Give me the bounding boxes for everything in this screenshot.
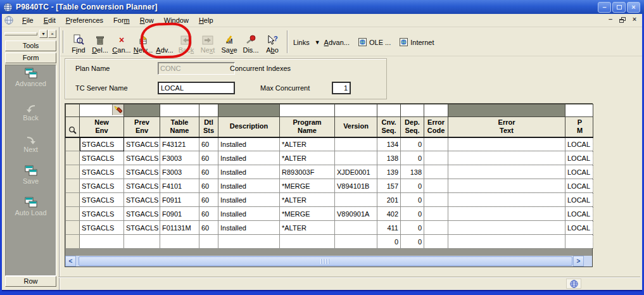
- cell-error-text[interactable]: [448, 221, 565, 235]
- cell-error-text[interactable]: [448, 179, 565, 193]
- cell-table-name[interactable]: F3003: [160, 151, 199, 165]
- qbe-filter-dtl-sts[interactable]: [199, 104, 218, 117]
- cell-prev-env[interactable]: STGACLS: [124, 165, 160, 179]
- cell-program-name[interactable]: [280, 235, 335, 249]
- cell-description[interactable]: Installed: [218, 151, 280, 165]
- cell-cnv-seq[interactable]: 139: [377, 165, 401, 179]
- cell-new-env[interactable]: STGACLS: [80, 165, 124, 179]
- cell-version[interactable]: [335, 193, 377, 207]
- cell-dep-seq[interactable]: 0: [401, 221, 424, 235]
- cell-prev-env[interactable]: [124, 235, 160, 249]
- cell-table-name[interactable]: F01131M: [160, 221, 199, 235]
- scroll-left-icon[interactable]: <: [65, 256, 76, 267]
- tab-tools[interactable]: Tools: [5, 41, 56, 51]
- row-header-cell[interactable]: [66, 207, 80, 221]
- cell-machine[interactable]: LOCAL: [565, 151, 593, 165]
- cell-table-name[interactable]: F0901: [160, 207, 199, 221]
- cell-table-name[interactable]: F4101: [160, 179, 199, 193]
- gripper-handle[interactable]: [4, 32, 37, 35]
- cell-cnv-seq[interactable]: 0: [377, 235, 401, 249]
- cell-description[interactable]: [218, 235, 280, 249]
- cell-program-name[interactable]: *MERGE: [280, 179, 335, 193]
- table-row[interactable]: STGACLS STGACLS F0901 60 Installed *MERG…: [66, 207, 593, 221]
- internet-button[interactable]: Internet: [400, 38, 434, 46]
- scrollbar-thumb[interactable]: [79, 256, 572, 266]
- cell-cnv-seq[interactable]: 402: [377, 207, 401, 221]
- tc-server-name-field[interactable]: LOCAL: [158, 82, 235, 94]
- cell-new-env[interactable]: STGACLS: [80, 137, 124, 151]
- cell-version[interactable]: [335, 221, 377, 235]
- exit-advanced[interactable]: Advanced: [5, 67, 56, 87]
- qbe-filter-error-code[interactable]: [424, 104, 448, 117]
- cell-error-code[interactable]: [424, 151, 448, 165]
- menu-window[interactable]: Window: [159, 15, 194, 25]
- exit-save[interactable]: Save: [5, 165, 56, 185]
- exit-auto-load[interactable]: Auto Load: [5, 196, 56, 217]
- cell-program-name[interactable]: *ALTER: [280, 193, 335, 207]
- cell-version[interactable]: [335, 151, 377, 165]
- menu-row[interactable]: Row: [135, 15, 159, 25]
- cell-cnv-seq[interactable]: 201: [377, 193, 401, 207]
- row-header-cell[interactable]: [66, 137, 80, 151]
- cell-error-code[interactable]: [424, 221, 448, 235]
- cell-prev-env[interactable]: STGACLS: [124, 137, 160, 151]
- row-header-cell[interactable]: [66, 193, 80, 207]
- cell-new-env[interactable]: STGACLS: [80, 193, 124, 207]
- cell-dep-seq[interactable]: 0: [401, 179, 424, 193]
- cell-description[interactable]: Installed: [218, 165, 280, 179]
- table-row[interactable]: 0 0: [66, 235, 593, 249]
- find-button[interactable]: Find: [68, 29, 89, 55]
- close-button[interactable]: ×: [627, 2, 640, 13]
- row-header-cell[interactable]: [66, 165, 80, 179]
- cell-table-name[interactable]: F3003: [160, 165, 199, 179]
- cell-machine[interactable]: [565, 235, 593, 249]
- cell-version[interactable]: V890901A: [335, 207, 377, 221]
- qbe-filter-machine[interactable]: [565, 104, 593, 117]
- ole-button[interactable]: OLE ...: [358, 38, 391, 46]
- cell-machine[interactable]: LOCAL: [565, 221, 593, 235]
- cell-program-name[interactable]: *ALTER: [280, 221, 335, 235]
- scroll-right-icon[interactable]: >: [573, 256, 584, 267]
- save-button[interactable]: M Save: [218, 29, 240, 55]
- cell-version[interactable]: [335, 137, 377, 151]
- delete-button[interactable]: Del...: [89, 29, 111, 55]
- cell-error-text[interactable]: [448, 193, 565, 207]
- cell-dep-seq[interactable]: 0: [401, 235, 424, 249]
- cell-dep-seq[interactable]: 0: [401, 193, 424, 207]
- cell-new-env[interactable]: STGACLS: [80, 221, 124, 235]
- dispatch-button[interactable]: Dis...: [240, 29, 262, 55]
- cell-version[interactable]: V894101B: [335, 179, 377, 193]
- cell-dep-seq[interactable]: 0: [401, 151, 424, 165]
- exit-bar-menu-button[interactable]: ▾: [39, 30, 47, 38]
- menu-file[interactable]: File: [17, 15, 39, 25]
- cell-dtl-sts[interactable]: 60: [199, 151, 218, 165]
- cell-program-name[interactable]: *ALTER: [280, 137, 335, 151]
- cell-prev-env[interactable]: STGACLS: [124, 221, 160, 235]
- cell-version[interactable]: XJDE0001: [335, 165, 377, 179]
- child-close-button[interactable]: ×: [629, 15, 640, 25]
- qbe-filter-dep-seq[interactable]: [401, 104, 424, 117]
- cell-error-text[interactable]: [448, 207, 565, 221]
- cell-new-env[interactable]: STGACLS: [80, 179, 124, 193]
- qbe-filter-program-name[interactable]: [280, 104, 335, 117]
- cell-description[interactable]: Installed: [218, 137, 280, 151]
- cell-description[interactable]: Installed: [218, 193, 280, 207]
- cell-cnv-seq[interactable]: 411: [377, 221, 401, 235]
- cell-cnv-seq[interactable]: 134: [377, 137, 401, 151]
- cell-table-name[interactable]: [160, 235, 199, 249]
- links-dropdown-icon[interactable]: ▼: [315, 39, 320, 46]
- qbe-filter-table-name[interactable]: [160, 104, 199, 117]
- horizontal-scrollbar[interactable]: < >: [65, 256, 592, 267]
- cell-error-text[interactable]: [448, 151, 565, 165]
- exit-bar-gripper[interactable]: ▾ ×: [3, 30, 58, 39]
- table-row[interactable]: STGACLS STGACLS F3003 60 Installed *ALTE…: [66, 151, 593, 165]
- cell-cnv-seq[interactable]: 157: [377, 179, 401, 193]
- cell-machine[interactable]: LOCAL: [565, 137, 593, 151]
- menu-help[interactable]: Help: [194, 15, 218, 25]
- cell-prev-env[interactable]: STGACLS: [124, 151, 160, 165]
- row-header-cell[interactable]: [66, 151, 80, 165]
- cell-error-code[interactable]: [424, 179, 448, 193]
- cancel-button[interactable]: × Can...: [111, 29, 132, 55]
- table-row[interactable]: STGACLS STGACLS F01131M 60 Installed *AL…: [66, 221, 593, 235]
- cell-error-code[interactable]: [424, 193, 448, 207]
